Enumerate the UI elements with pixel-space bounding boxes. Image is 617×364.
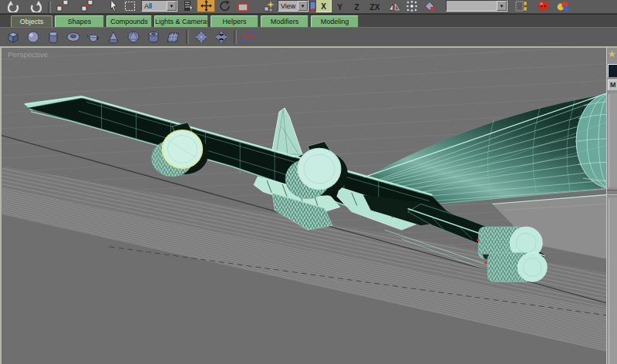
- tri-patch-icon: [214, 29, 229, 45]
- tube-tool-button[interactable]: [143, 29, 164, 46]
- vertex-tick: [477, 239, 479, 241]
- cone-icon: [106, 29, 121, 45]
- mirror-icon: [388, 2, 400, 12]
- select-and-link-button[interactable]: [52, 1, 72, 12]
- engine-nacelle-4: [482, 253, 547, 282]
- color-palette-button[interactable]: [554, 1, 572, 12]
- main-toolbar: All ▼ View ▼ X Y Z ZX: [0, 0, 617, 14]
- axis-constraint-plane-button[interactable]: ZX: [366, 1, 383, 12]
- create-tab-star-icon[interactable]: ★: [607, 48, 617, 62]
- tube-icon: [146, 29, 161, 45]
- select-and-scale-button[interactable]: [234, 1, 251, 12]
- select-object-button[interactable]: [106, 1, 120, 12]
- unlink-selection-button[interactable]: [77, 1, 97, 12]
- color-palette-icon: [556, 1, 571, 12]
- bones-tool-button[interactable]: [239, 29, 259, 46]
- sphere-icon: [25, 29, 41, 45]
- dropdown-arrow-icon[interactable]: ▼: [298, 1, 308, 11]
- panel-partial-button[interactable]: M: [608, 79, 617, 90]
- material-editor-button[interactable]: [534, 1, 551, 12]
- tri-patch-tool-button[interactable]: [211, 29, 231, 46]
- torus-icon: [66, 29, 81, 45]
- tab-shapes[interactable]: Shapes: [55, 15, 104, 27]
- box-icon: [5, 29, 21, 45]
- snap-toggle-icon: [263, 1, 275, 12]
- redo-icon: [29, 1, 42, 12]
- selection-filter-value: All: [142, 2, 167, 10]
- cone-tool-button[interactable]: [103, 29, 123, 46]
- dropdown-arrow-icon[interactable]: ▼: [497, 1, 507, 11]
- command-panel-sliver: ★ M: [606, 46, 617, 364]
- material-ball-icon: [537, 1, 550, 12]
- toolbar-separator: [186, 30, 189, 44]
- axis-z-label: Z: [354, 2, 359, 12]
- array-button[interactable]: [404, 1, 420, 12]
- workspace: Perspective ★ M: [0, 46, 617, 364]
- axis-y-label: Y: [337, 2, 342, 12]
- plane-icon: [166, 29, 181, 45]
- vertex-tick: [484, 262, 487, 265]
- box-tool-button[interactable]: [3, 29, 23, 46]
- select-by-name-icon: [184, 1, 194, 12]
- undo-icon: [8, 1, 20, 12]
- axis-constraint-x-button[interactable]: X: [315, 0, 332, 12]
- tab-bar: Objects Shapes Compounds Lights & Camera…: [0, 14, 617, 27]
- rotate-icon: [219, 1, 231, 12]
- cylinder-icon: [46, 29, 61, 45]
- move-icon: [201, 0, 212, 12]
- unlink-selection-icon: [80, 1, 94, 12]
- sphere-tool-button[interactable]: [23, 29, 43, 46]
- quad-patch-tool-button[interactable]: [191, 29, 211, 46]
- redo-button[interactable]: [26, 1, 45, 12]
- bones-icon: [241, 29, 257, 45]
- toolbar-separator: [234, 30, 237, 44]
- coord-system-value: View: [278, 2, 298, 10]
- panel-rollout-bottom: [609, 197, 617, 364]
- object-toolbar: [0, 27, 617, 46]
- toolbar-separator: [48, 2, 51, 13]
- select-and-rotate-button[interactable]: [217, 1, 233, 12]
- object-name-field[interactable]: [608, 64, 617, 77]
- undo-button[interactable]: [5, 1, 23, 12]
- selection-filter-dropdown[interactable]: All ▼: [141, 0, 177, 12]
- snap-toggle-button[interactable]: [261, 1, 276, 12]
- axis-x-label: X: [321, 2, 326, 12]
- viewport-label[interactable]: Perspective: [8, 50, 48, 59]
- viewport-canvas: Perspective: [2, 48, 606, 364]
- named-selection-sets-dropdown[interactable]: ▼: [446, 0, 507, 12]
- track-view-icon: [515, 1, 528, 12]
- teapot-tool-button[interactable]: [83, 29, 103, 46]
- select-by-name-button[interactable]: [182, 1, 195, 12]
- select-and-move-button[interactable]: [197, 0, 215, 12]
- torus-tool-button[interactable]: [63, 29, 83, 46]
- align-icon: [423, 1, 436, 12]
- select-cursor-icon: [109, 1, 118, 12]
- axis-plane-label: ZX: [370, 2, 380, 12]
- rectangular-selection-region-button[interactable]: [122, 1, 139, 12]
- geosphere-tool-button[interactable]: [123, 29, 143, 46]
- tab-modifiers[interactable]: Modifiers: [261, 15, 308, 27]
- tab-modeling[interactable]: Modeling: [311, 15, 359, 27]
- tab-compounds[interactable]: Compounds: [106, 15, 152, 27]
- axis-constraint-y-button[interactable]: Y: [332, 1, 347, 12]
- array-icon: [406, 1, 418, 12]
- panel-rollout-top: [609, 93, 617, 187]
- scale-icon: [237, 2, 249, 12]
- panel-divider: [607, 190, 617, 195]
- axis-constraint-z-button[interactable]: Z: [349, 1, 364, 12]
- tab-objects[interactable]: Objects: [11, 15, 52, 27]
- application-window: All ▼ View ▼ X Y Z ZX: [0, 0, 617, 364]
- track-view-button[interactable]: [514, 1, 530, 12]
- cylinder-tool-button[interactable]: [43, 29, 63, 46]
- select-and-link-icon: [56, 1, 69, 12]
- dropdown-arrow-icon[interactable]: ▼: [167, 1, 177, 11]
- tab-lights-cameras[interactable]: Lights & Cameras: [154, 15, 208, 27]
- perspective-viewport[interactable]: Perspective: [0, 46, 606, 364]
- selection-region-icon: [124, 1, 137, 12]
- align-button[interactable]: [422, 1, 437, 12]
- reference-coordinate-system-dropdown[interactable]: View ▼: [278, 0, 308, 12]
- plane-tool-button[interactable]: [164, 29, 184, 46]
- tab-helpers[interactable]: Helpers: [211, 15, 258, 27]
- mirror-button[interactable]: [386, 1, 402, 12]
- quad-patch-icon: [194, 29, 209, 45]
